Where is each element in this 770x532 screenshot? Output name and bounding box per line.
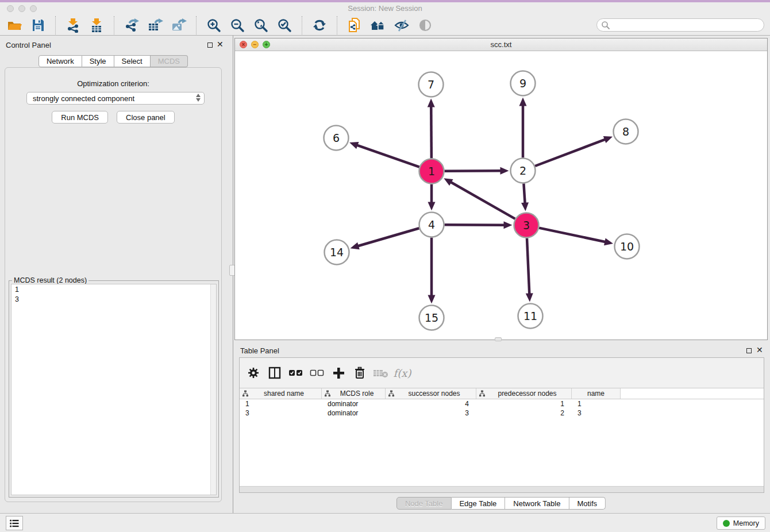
graph-edge-3-10[interactable] [539,228,606,242]
tab-node-table[interactable]: Node Table [396,497,452,510]
graph-edge-2-8[interactable] [535,139,606,166]
tab-network-table[interactable]: Network Table [505,497,569,510]
graph-edge-arrow [351,242,360,249]
show-panels-button[interactable] [6,516,23,530]
new-network-from-selection-button[interactable] [346,17,363,34]
export-image-button[interactable] [170,17,187,34]
svg-text:11: 11 [523,310,537,322]
select-all-columns-button[interactable] [288,365,304,381]
column-header-predecessor-nodes[interactable]: predecessor nodes [476,388,572,399]
graph-node-1[interactable]: 1 [419,159,444,184]
network-canvas[interactable]: 7968124314101511 [235,51,767,340]
search-input[interactable] [596,18,764,32]
open-file-button[interactable] [6,17,23,34]
delete-table-button[interactable] [373,365,389,381]
delete-column-button[interactable] [352,365,368,381]
close-table-panel-icon[interactable]: ✕ [756,345,763,354]
table-cell[interactable]: 3 [240,408,322,418]
network-graph[interactable]: 7968124314101511 [235,51,767,340]
export-network-button[interactable] [123,17,140,34]
unselect-all-columns-button[interactable] [309,365,325,381]
table-cell[interactable]: 4 [386,399,476,408]
graph-node-9[interactable]: 9 [511,71,536,96]
graph-node-11[interactable]: 11 [518,304,543,329]
hide-selected-button[interactable] [393,17,410,34]
graph-node-8[interactable]: 8 [614,119,638,144]
table-cell[interactable]: dominator [322,399,386,408]
show-columns-button[interactable] [267,365,283,381]
control-panel-title: Control Panel [6,41,51,49]
create-column-button[interactable] [330,365,346,381]
criterion-dropdown[interactable]: strongly connected component [26,92,205,105]
criterion-value: strongly connected component [33,94,134,103]
graph-edge-arrow [603,136,613,143]
graph-node-7[interactable]: 7 [419,72,444,97]
zoom-fit-button[interactable] [252,17,270,34]
zoom-out-button[interactable] [229,17,246,34]
table-row[interactable]: 1dominator411 [240,399,764,408]
tab-mcds[interactable]: MCDS [151,55,188,67]
tab-edge-table[interactable]: Edge Table [451,497,505,510]
graph-edge-2-3[interactable] [523,183,525,203]
tab-select[interactable]: Select [114,55,151,67]
save-session-button[interactable] [29,17,47,34]
graph-node-4[interactable]: 4 [419,213,444,237]
zoom-in-button[interactable] [205,17,222,34]
memory-button[interactable]: Memory [717,516,765,530]
graph-edge-4-3[interactable] [444,225,505,225]
horizontal-splitter-handle[interactable] [495,337,502,341]
table-toolbar: f(x) [240,358,764,388]
tab-network[interactable]: Network [38,55,82,67]
graph-node-3[interactable]: 3 [514,213,539,238]
export-table-button[interactable] [147,17,164,34]
table-cell[interactable]: 1 [476,399,572,408]
column-header-shared-name[interactable]: shared name [240,388,322,399]
node-table-container: f(x) shared nameMCDS rolesuccessor nodes… [239,357,764,493]
zoom-selected-button[interactable] [276,17,293,34]
mcds-result-fieldset: MCDS result (2 nodes) 13 [9,280,219,498]
import-table-button[interactable] [88,17,105,34]
graph-edge-1-7[interactable] [431,106,432,158]
graph-edge-3-11[interactable] [527,238,529,294]
close-panel-icon[interactable]: ✕ [217,40,224,49]
graph-edge-arrow [428,295,436,304]
table-cell[interactable]: 1 [240,399,322,408]
column-header-name[interactable]: name [572,388,621,399]
graph-edge-3-1[interactable] [451,182,515,219]
close-panel-button[interactable]: Close panel [117,111,175,124]
table-cell[interactable]: 2 [476,408,572,418]
network-titlebar[interactable]: × − + scc.txt [235,38,767,51]
result-scrollbar[interactable] [210,284,216,495]
column-header-successor-nodes[interactable]: successor nodes [386,388,476,399]
graph-node-15[interactable]: 15 [419,306,444,330]
show-all-button[interactable] [417,17,434,34]
graph-edge-4-14[interactable] [357,228,419,246]
table-cell[interactable]: 1 [572,399,621,408]
graph-node-6[interactable]: 6 [324,126,349,151]
table-settings-button[interactable] [245,365,261,381]
table-cell[interactable]: 3 [572,408,621,418]
graph-node-10[interactable]: 10 [615,234,640,259]
table-cell[interactable]: dominator [322,408,386,418]
graph-edge-1-6[interactable] [356,145,419,167]
zoom-out-icon [230,18,245,33]
graph-edge-1-2[interactable] [444,171,501,171]
float-panel-icon[interactable] [207,43,213,48]
run-mcds-button[interactable]: Run MCDS [52,111,108,124]
graph-edge-arrow [526,293,533,302]
float-table-panel-icon[interactable] [746,348,752,353]
column-header-MCDS-role[interactable]: MCDS role [322,388,386,399]
function-builder-button[interactable]: f(x) [394,365,410,381]
table-cell[interactable]: 3 [386,408,476,418]
graph-node-14[interactable]: 14 [325,240,349,265]
first-neighbors-button[interactable] [369,17,387,34]
table-row[interactable]: 3dominator323 [240,408,764,418]
import-network-button[interactable] [64,17,82,34]
tab-motifs[interactable]: Motifs [569,497,606,510]
refresh-layout-button[interactable] [311,17,328,34]
table-horizontal-scrollbar[interactable] [240,486,764,492]
toolbar-separator [114,16,114,34]
tab-style[interactable]: Style [82,55,114,67]
graph-node-2[interactable]: 2 [511,159,536,183]
mcds-result-box[interactable]: 13 [11,284,217,495]
